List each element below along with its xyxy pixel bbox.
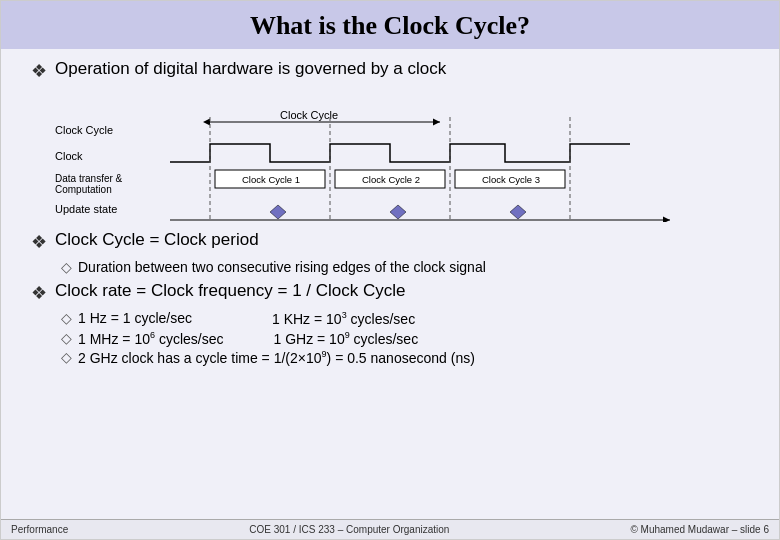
slide: What is the Clock Cycle? ❖ Operation of …: [0, 0, 780, 540]
sub-diamond-icon-2-1: ◇: [61, 259, 72, 275]
diamond-icon-3: ❖: [31, 282, 47, 304]
ghz-label: 1 GHz = 109 cycles/sec: [273, 330, 418, 347]
data-label-2: Computation: [55, 184, 112, 195]
bullet-3-text: Clock rate = Clock frequency = 1 / Clock…: [55, 281, 406, 301]
diagram-area: Clock Cycle Clock Data transfer & Comput…: [31, 92, 749, 222]
sub-diamond-3-3: ◇: [61, 349, 72, 365]
diamond-icon-2: ❖: [31, 231, 47, 253]
sub-diamond-3-1: ◇: [61, 310, 72, 326]
clock-diagram: Clock Cycle Clock Data transfer & Comput…: [31, 92, 749, 222]
ghz-cycle-label: 2 GHz clock has a cycle time = 1/(2×109)…: [78, 349, 475, 366]
sub-diamond-3-2: ◇: [61, 330, 72, 346]
sub-bullet-3-3: ◇ 2 GHz clock has a cycle time = 1/(2×10…: [61, 349, 749, 366]
mhz-label: 1 MHz = 106 cycles/sec: [78, 330, 223, 347]
clock-label: Clock: [55, 150, 83, 162]
bullet-2: ❖ Clock Cycle = Clock period: [31, 230, 749, 253]
sub-bullet-3-1: ◇ 1 Hz = 1 cycle/sec 1 KHz = 103 cycles/…: [61, 310, 749, 327]
footer-left: Performance: [11, 524, 68, 535]
svg-text:Clock Cycle: Clock Cycle: [280, 109, 338, 121]
svg-text:Clock Cycle 1: Clock Cycle 1: [242, 174, 300, 185]
hz-label: 1 Hz = 1 cycle/sec: [78, 310, 192, 327]
slide-title: What is the Clock Cycle?: [1, 1, 779, 49]
svg-text:Clock Cycle 2: Clock Cycle 2: [362, 174, 420, 185]
svg-marker-14: [390, 205, 406, 219]
sub-bullet-3-2: ◇ 1 MHz = 106 cycles/sec 1 GHz = 109 cyc…: [61, 330, 749, 347]
bullet-3: ❖ Clock rate = Clock frequency = 1 / Clo…: [31, 281, 749, 304]
bullet-2-text: Clock Cycle = Clock period: [55, 230, 259, 250]
sub-bullet-2-1-text: Duration between two consecutive rising …: [78, 259, 486, 275]
update-label: Update state: [55, 203, 117, 215]
sub-bullet-2-1: ◇ Duration between two consecutive risin…: [61, 259, 749, 275]
slide-footer: Performance COE 301 / ICS 233 – Computer…: [1, 519, 779, 539]
footer-center: COE 301 / ICS 233 – Computer Organizatio…: [249, 524, 449, 535]
footer-right: © Muhamed Mudawar – slide 6: [630, 524, 769, 535]
svg-marker-15: [510, 205, 526, 219]
data-label-1: Data transfer &: [55, 173, 123, 184]
bullet-1-text: Operation of digital hardware is governe…: [55, 59, 446, 79]
clock-cycle-arrow-label: Clock Cycle: [55, 124, 113, 136]
bullet-1: ❖ Operation of digital hardware is gover…: [31, 59, 749, 82]
khz-label: 1 KHz = 103 cycles/sec: [272, 310, 415, 327]
diamond-icon-1: ❖: [31, 60, 47, 82]
svg-marker-13: [270, 205, 286, 219]
slide-content: ❖ Operation of digital hardware is gover…: [1, 49, 779, 519]
svg-text:Clock Cycle 3: Clock Cycle 3: [482, 174, 540, 185]
